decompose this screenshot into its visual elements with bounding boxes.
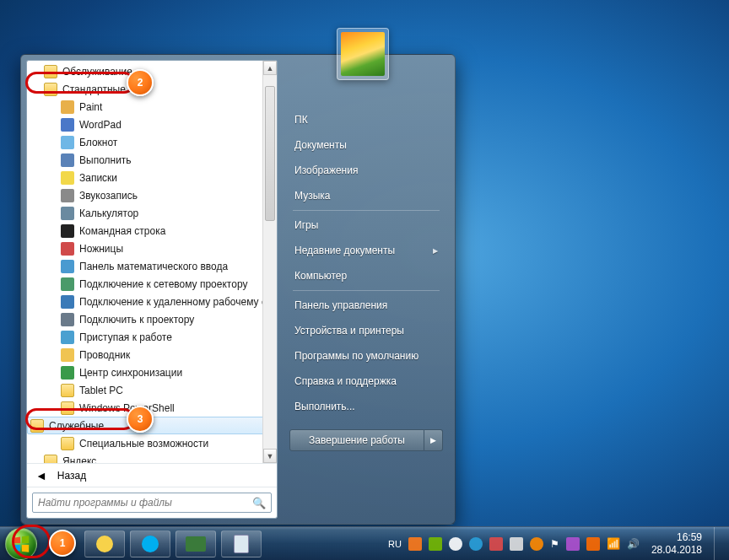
right-menu-item[interactable]: Игры bbox=[289, 213, 443, 238]
shutdown-row: Завершение работы ▶ bbox=[289, 429, 443, 451]
program-item[interactable]: Выполнить bbox=[27, 151, 277, 169]
program-item[interactable]: Блокнот bbox=[27, 133, 277, 151]
program-item[interactable]: Центр синхронизации bbox=[27, 363, 277, 381]
program-item[interactable]: Калькулятор bbox=[27, 204, 277, 222]
start-menu-left-pane: ОбслуживаниеСтандартныеPaintWordPadБлокн… bbox=[26, 60, 278, 519]
item-label: Звукозапись bbox=[79, 190, 138, 202]
item-label: Командная строка bbox=[79, 225, 165, 237]
app-icon bbox=[61, 295, 74, 309]
app-icon bbox=[61, 118, 74, 132]
programs-list[interactable]: ОбслуживаниеСтандартныеPaintWordPadБлокн… bbox=[27, 61, 277, 463]
folder-item[interactable]: Яндекс bbox=[27, 452, 277, 463]
scrollbar[interactable]: ▲ ▼ bbox=[262, 61, 277, 463]
program-item[interactable]: Командная строка bbox=[27, 222, 277, 240]
taskbar-app-skype[interactable] bbox=[130, 530, 170, 557]
item-label: Записки bbox=[79, 172, 117, 184]
app-icon bbox=[61, 153, 74, 167]
back-button[interactable]: ◄ Назад bbox=[27, 463, 277, 487]
right-menu-item[interactable]: Выполнить... bbox=[289, 394, 443, 419]
tray-icon[interactable] bbox=[408, 537, 422, 551]
item-label: Windows PowerShell bbox=[79, 402, 175, 414]
program-item[interactable]: Ножницы bbox=[27, 240, 277, 257]
item-label: Подключение к сетевому проектору bbox=[79, 278, 247, 290]
tray-icon[interactable] bbox=[489, 537, 503, 551]
program-item[interactable]: Подключение к удаленному рабочему стол..… bbox=[27, 293, 277, 310]
menu-item-label: Документы bbox=[294, 139, 347, 151]
user-avatar[interactable] bbox=[337, 28, 389, 80]
item-label: Ножницы bbox=[79, 243, 123, 255]
app-icon bbox=[61, 136, 74, 149]
tray-icon[interactable] bbox=[586, 537, 600, 551]
app-icon bbox=[61, 313, 74, 326]
taskbar: RU ⚑ 📶 🔊 16:59 28.04.2018 bbox=[0, 526, 729, 560]
scroll-thumb[interactable] bbox=[265, 86, 275, 221]
start-button[interactable] bbox=[5, 528, 37, 560]
menu-item-label: Музыка bbox=[294, 190, 330, 202]
program-item[interactable]: Приступая к работе bbox=[27, 328, 277, 346]
right-menu-item[interactable]: Музыка bbox=[289, 183, 443, 208]
callout-1: 1 bbox=[49, 530, 76, 557]
program-item[interactable]: Панель математического ввода bbox=[27, 257, 277, 275]
item-label: Tablet PC bbox=[79, 385, 123, 396]
program-item[interactable]: Проводник bbox=[27, 346, 277, 363]
callout-2: 2 bbox=[127, 69, 154, 96]
program-item[interactable]: WordPad bbox=[27, 116, 277, 133]
item-label: Paint bbox=[79, 101, 102, 113]
scroll-up-button[interactable]: ▲ bbox=[263, 61, 277, 75]
app-icon bbox=[61, 348, 74, 362]
right-menu-item[interactable]: Недавние документы bbox=[289, 238, 443, 263]
right-menu-item[interactable]: Документы bbox=[289, 132, 443, 158]
taskbar-app-1[interactable] bbox=[84, 530, 125, 557]
folder-icon bbox=[61, 437, 74, 450]
right-menu-item[interactable]: Изображения bbox=[289, 158, 443, 183]
scroll-down-button[interactable]: ▼ bbox=[263, 449, 277, 463]
tray-icon[interactable] bbox=[469, 537, 483, 551]
menu-separator bbox=[293, 290, 440, 291]
clock-time: 16:59 bbox=[651, 531, 702, 543]
right-menu-item[interactable]: Компьютер bbox=[289, 263, 443, 288]
taskbar-app-3[interactable] bbox=[176, 530, 216, 557]
taskbar-app-notepad[interactable] bbox=[221, 530, 262, 557]
app-icon bbox=[61, 277, 74, 291]
app-icon bbox=[61, 260, 74, 273]
program-item[interactable]: Звукозапись bbox=[27, 186, 277, 204]
folder-item[interactable]: Специальные возможности bbox=[27, 434, 277, 452]
shutdown-button[interactable]: Завершение работы bbox=[289, 429, 424, 451]
tray-icon[interactable] bbox=[510, 537, 523, 551]
menu-item-label: Устройства и принтеры bbox=[294, 325, 404, 337]
folder-icon bbox=[44, 455, 57, 464]
action-center-icon[interactable]: ⚑ bbox=[550, 538, 559, 550]
tray-icon[interactable] bbox=[530, 537, 543, 551]
right-menu-item[interactable]: Устройства и принтеры bbox=[289, 318, 443, 343]
right-menu-item[interactable]: Справка и поддержка bbox=[289, 369, 443, 394]
menu-item-label: Недавние документы bbox=[294, 245, 395, 256]
program-item[interactable]: Записки bbox=[27, 169, 277, 186]
desktop: ОбслуживаниеСтандартныеPaintWordPadБлокн… bbox=[0, 0, 729, 560]
tray-icon[interactable] bbox=[429, 537, 442, 551]
back-label: Назад bbox=[57, 470, 86, 482]
language-indicator[interactable]: RU bbox=[388, 539, 402, 549]
folder-icon bbox=[30, 419, 44, 433]
right-menu-item[interactable]: Панель управления bbox=[289, 293, 443, 318]
program-item[interactable]: Paint bbox=[27, 98, 277, 116]
clock[interactable]: 16:59 28.04.2018 bbox=[646, 531, 707, 556]
search-box[interactable]: 🔍 bbox=[32, 493, 272, 513]
folder-item[interactable]: Tablet PC bbox=[27, 381, 277, 399]
show-desktop-button[interactable] bbox=[714, 527, 721, 561]
program-item[interactable]: Подключение к сетевому проектору bbox=[27, 275, 277, 293]
volume-icon[interactable]: 🔊 bbox=[627, 538, 640, 550]
folder-icon bbox=[61, 384, 74, 397]
shutdown-options-button[interactable]: ▶ bbox=[424, 429, 443, 451]
search-input[interactable] bbox=[38, 497, 252, 509]
item-label: Подключение к удаленному рабочему стол..… bbox=[79, 296, 277, 308]
tray-icon[interactable] bbox=[449, 537, 462, 551]
clock-date: 28.04.2018 bbox=[651, 544, 702, 556]
app-icon bbox=[61, 331, 74, 344]
tray-icon[interactable] bbox=[566, 537, 580, 551]
network-icon[interactable]: 📶 bbox=[607, 537, 620, 550]
right-menu-item[interactable]: ПК bbox=[289, 107, 443, 132]
program-item[interactable]: Подключить к проектору bbox=[27, 310, 277, 328]
menu-item-label: Программы по умолчанию bbox=[294, 350, 418, 362]
menu-separator bbox=[293, 210, 440, 211]
right-menu-item[interactable]: Программы по умолчанию bbox=[289, 343, 443, 369]
